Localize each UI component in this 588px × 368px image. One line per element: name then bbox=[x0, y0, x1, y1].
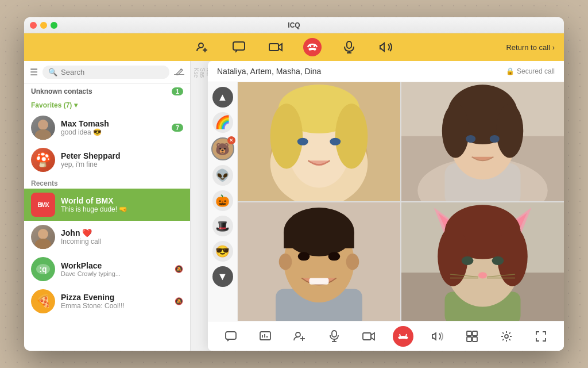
maximize-button[interactable] bbox=[51, 22, 57, 29]
search-input[interactable] bbox=[61, 68, 164, 76]
svg-point-11 bbox=[38, 229, 48, 239]
contact-status-max: good idea 😎 bbox=[61, 128, 166, 136]
video-cell-2 bbox=[401, 82, 564, 201]
secured-call: 🔒 Secured call bbox=[506, 67, 555, 75]
svg-rect-75 bbox=[332, 331, 336, 337]
video-cell-4 bbox=[401, 202, 564, 321]
filter-scroll-down[interactable]: ▼ bbox=[212, 266, 233, 287]
microphone-button[interactable] bbox=[340, 38, 358, 56]
svg-point-10 bbox=[35, 129, 51, 140]
svg-point-35 bbox=[490, 135, 500, 143]
filter-pumpkin[interactable]: 🎃 bbox=[212, 190, 233, 211]
mute-icon-pizza: 🔕 bbox=[175, 297, 183, 305]
contact-status-pizza: Emma Stone: Cool!!! bbox=[61, 302, 183, 310]
end-call-button[interactable] bbox=[303, 38, 322, 56]
svg-point-0 bbox=[199, 43, 203, 48]
svg-point-59 bbox=[497, 226, 528, 286]
sidebar: ☰ 🔍 Unknown contacts 1 bbox=[24, 61, 191, 351]
contact-info-bmx: World of BMX This is huge dude! 🤜 bbox=[61, 196, 183, 213]
filter-rainbow-cat[interactable]: 🌈 bbox=[212, 112, 233, 133]
svg-text::q: :q bbox=[39, 264, 47, 274]
video-call-window: Nataliya, Artem, Masha, Dina 🔒 Secured c… bbox=[208, 61, 564, 351]
chart-tool-button[interactable] bbox=[255, 326, 276, 347]
svg-point-33 bbox=[496, 103, 523, 158]
search-box: 🔍 bbox=[42, 66, 169, 79]
avatar-bmx: BMX bbox=[31, 193, 55, 217]
filter-bear[interactable]: 🐻 bbox=[211, 137, 234, 160]
add-user-tool-button[interactable] bbox=[289, 326, 310, 347]
svg-rect-47 bbox=[310, 278, 329, 284]
settings-tool-button[interactable] bbox=[496, 326, 517, 347]
minimize-button[interactable] bbox=[40, 22, 47, 29]
window-controls bbox=[30, 22, 57, 29]
recents-label: Recents bbox=[24, 176, 190, 189]
svg-point-72 bbox=[296, 332, 300, 337]
unknown-contacts-bar: Unknown contacts 1 bbox=[24, 84, 190, 99]
contact-status-john: Incoming call bbox=[61, 237, 183, 246]
svg-rect-42 bbox=[284, 232, 354, 248]
contact-item-pizza[interactable]: 🍕 Pizza Evening Emma Stone: Cool!!! 🔕 bbox=[24, 285, 190, 317]
svg-rect-78 bbox=[363, 333, 371, 340]
contact-info-max: Max Tomash good idea 😎 bbox=[61, 119, 166, 136]
grid-tool-button[interactable] bbox=[462, 326, 482, 347]
svg-point-44 bbox=[346, 254, 359, 270]
contact-badge-max: 7 bbox=[172, 124, 183, 132]
contact-item-workplace[interactable]: :q WorkPlace Dave Crowly typing... 🔕 bbox=[24, 253, 190, 285]
fullscreen-tool-button[interactable] bbox=[531, 326, 551, 347]
contact-name-peter: Peter Sheppard bbox=[61, 151, 183, 160]
svg-point-23 bbox=[297, 138, 308, 145]
app-toolbar: Return to call › bbox=[24, 33, 564, 61]
contact-item-peter[interactable]: 🍄 Peter Sheppard yep, i'm fine bbox=[24, 144, 190, 176]
filter-sunglasses[interactable]: 😎 bbox=[212, 241, 233, 262]
filter-alien[interactable]: 👽 bbox=[212, 165, 233, 186]
add-contact-button[interactable] bbox=[193, 38, 211, 56]
svg-rect-80 bbox=[473, 331, 477, 336]
filter-tophat[interactable]: 🎩 bbox=[212, 216, 233, 236]
contact-status-workplace: Dave Crowly typing... bbox=[61, 270, 183, 277]
svg-point-34 bbox=[466, 135, 475, 143]
video-tool-button[interactable] bbox=[358, 326, 379, 347]
svg-rect-79 bbox=[467, 331, 471, 336]
chat-tool-button[interactable] bbox=[220, 326, 241, 347]
close-button[interactable] bbox=[30, 22, 37, 29]
edit-icon[interactable] bbox=[174, 66, 184, 79]
right-panel: W 34 Ma Sas Kse Nataliya, Artem, Masha, … bbox=[191, 61, 564, 351]
search-icon: 🔍 bbox=[48, 68, 57, 76]
video-cell-1 bbox=[238, 82, 400, 201]
mic-tool-button[interactable] bbox=[324, 326, 345, 347]
mac-window: ICQ bbox=[24, 17, 564, 351]
window-title: ICQ bbox=[288, 21, 300, 29]
contact-item-bmx[interactable]: BMX World of BMX This is huge dude! 🤜 bbox=[24, 189, 190, 221]
svg-rect-67 bbox=[226, 332, 236, 339]
return-to-call-link[interactable]: Return to call › bbox=[506, 43, 555, 52]
favorites-section[interactable]: Favorites (7) ▾ bbox=[24, 99, 190, 112]
chat-button[interactable] bbox=[230, 38, 248, 56]
avatar-max bbox=[31, 116, 55, 140]
svg-rect-82 bbox=[473, 337, 477, 342]
filter-scroll-up[interactable]: ▲ bbox=[212, 87, 233, 108]
menu-icon[interactable]: ☰ bbox=[30, 67, 38, 78]
video-grid bbox=[238, 82, 564, 321]
video-button[interactable] bbox=[266, 38, 285, 56]
svg-point-58 bbox=[438, 226, 468, 286]
svg-rect-8 bbox=[174, 74, 184, 75]
svg-point-24 bbox=[330, 138, 341, 145]
avatar-pizza: 🍕 bbox=[31, 289, 55, 313]
contact-item-john[interactable]: John ❤️ Incoming call bbox=[24, 221, 190, 253]
contact-info-pizza: Pizza Evening Emma Stone: Cool!!! bbox=[61, 293, 183, 310]
speaker-button[interactable] bbox=[377, 38, 395, 56]
contact-name-pizza: Pizza Evening bbox=[61, 293, 183, 302]
svg-point-45 bbox=[298, 252, 310, 260]
call-bottom-toolbar bbox=[208, 321, 564, 351]
avatar-peter: 🍄 bbox=[31, 148, 55, 172]
contact-name-workplace: WorkPlace bbox=[61, 261, 183, 270]
svg-rect-5 bbox=[347, 41, 351, 48]
end-call-tool-button[interactable] bbox=[393, 326, 413, 347]
contact-item-max[interactable]: Max Tomash good idea 😎 7 bbox=[24, 112, 190, 144]
unknown-label: Unknown contacts bbox=[31, 87, 92, 95]
unknown-badge: 1 bbox=[172, 87, 183, 95]
speaker-tool-button[interactable] bbox=[427, 326, 448, 347]
contact-info-workplace: WorkPlace Dave Crowly typing... bbox=[61, 261, 183, 277]
lock-icon: 🔒 bbox=[506, 67, 514, 75]
svg-rect-4 bbox=[269, 44, 278, 51]
